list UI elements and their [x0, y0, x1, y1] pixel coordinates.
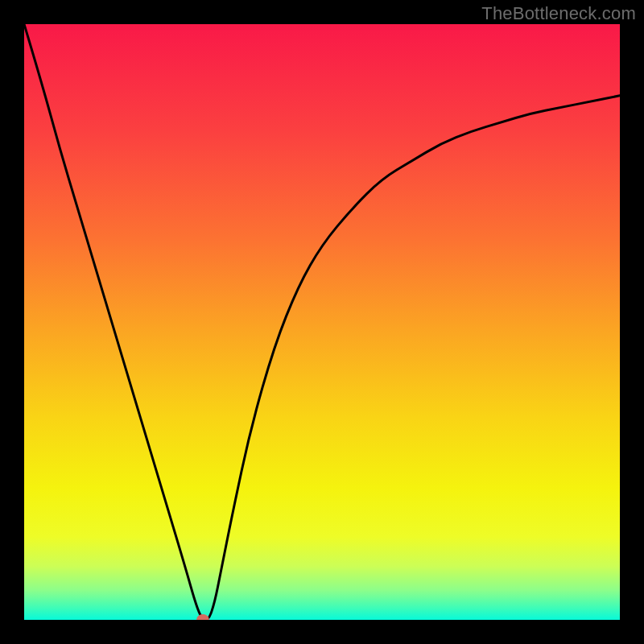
chart-stage: TheBottleneck.com	[0, 0, 644, 644]
watermark-text: TheBottleneck.com	[481, 3, 636, 24]
minimum-marker	[196, 614, 209, 620]
plot-area	[24, 24, 620, 620]
bottleneck-curve	[24, 24, 620, 620]
